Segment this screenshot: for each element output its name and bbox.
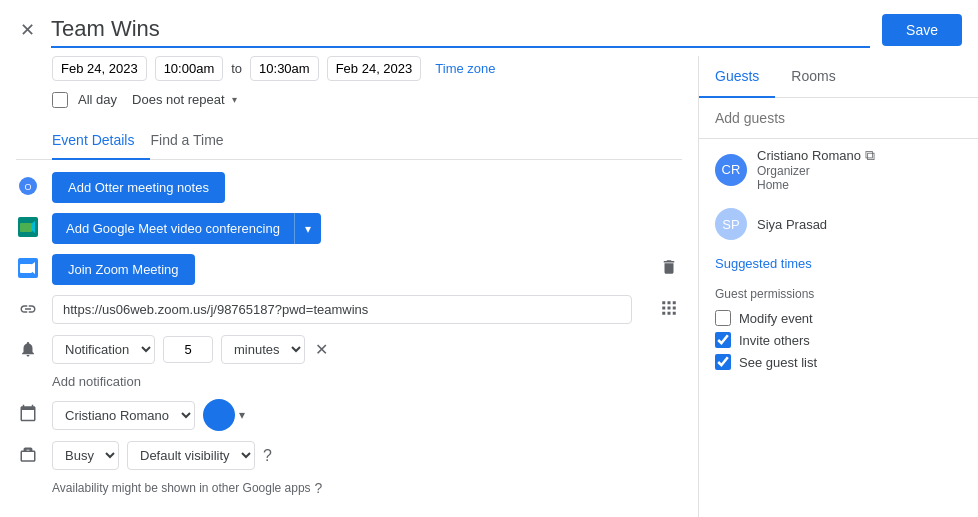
tab-rooms[interactable]: Rooms — [775, 56, 851, 98]
notification-unit-select[interactable]: minutes hours days weeks — [221, 335, 305, 364]
svg-text:O: O — [24, 182, 31, 192]
guest-sub-cristiano-1: Organizer — [757, 164, 962, 178]
timezone-button[interactable]: Time zone — [429, 57, 501, 80]
url-row-content — [52, 295, 644, 324]
status-row-content: Busy Free Default visibility Public Priv… — [52, 441, 682, 470]
visibility-select[interactable]: Default visibility Public Private — [127, 441, 255, 470]
briefcase-icon — [16, 443, 40, 467]
guests-tabs: Guests Rooms — [699, 56, 978, 98]
organizer-row: Cristiano Romano ▾ — [16, 399, 682, 431]
repeat-dropdown-icon: ▾ — [232, 94, 237, 105]
guest-name-cristiano: Cristiano Romano ⧉ — [757, 147, 962, 164]
tab-guests[interactable]: Guests — [699, 56, 775, 98]
zoom-url-input[interactable] — [52, 295, 632, 324]
availability-help-icon[interactable]: ? — [315, 480, 323, 496]
tab-event-details[interactable]: Event Details — [52, 122, 150, 160]
availability-note: Availability might be shown in other Goo… — [16, 480, 682, 496]
right-panel: Guests Rooms CR Cristiano Romano ⧉ Organ… — [698, 56, 978, 517]
allday-row: All day Does not repeat Every day Every … — [16, 89, 682, 110]
notification-row: Notification Email minutes hours days we… — [16, 335, 682, 364]
add-guests-input[interactable] — [699, 98, 978, 139]
svg-rect-7 — [20, 264, 32, 273]
notification-type-select[interactable]: Notification Email — [52, 335, 155, 364]
otter-row-content: Add Otter meeting notes — [52, 172, 682, 203]
notification-value-input[interactable] — [163, 336, 213, 363]
add-meet-button[interactable]: Add Google Meet video conferencing — [52, 213, 294, 244]
add-otter-button[interactable]: Add Otter meeting notes — [52, 172, 225, 203]
permissions-section: Guest permissions Modify event Invite ot… — [699, 279, 978, 381]
permission-see-guest-list: See guest list — [715, 351, 962, 373]
link-icon — [16, 297, 40, 321]
allday-checkbox[interactable] — [52, 92, 68, 108]
modify-event-label: Modify event — [739, 311, 813, 326]
avatar-siya: SP — [715, 208, 747, 240]
add-notification-link[interactable]: Add notification — [16, 374, 682, 389]
organizer-row-content: Cristiano Romano ▾ — [52, 399, 682, 431]
url-row — [16, 295, 682, 325]
main-layout: Feb 24, 2023 10:00am to 10:30am Feb 24, … — [0, 56, 978, 517]
guest-sub-cristiano-2: Home — [757, 178, 962, 192]
status-row: Busy Free Default visibility Public Priv… — [16, 441, 682, 470]
busy-select[interactable]: Busy Free — [52, 441, 119, 470]
suggested-times-link[interactable]: Suggested times — [699, 248, 978, 279]
invite-others-checkbox[interactable] — [715, 332, 731, 348]
invite-others-label: Invite others — [739, 333, 810, 348]
svg-rect-4 — [20, 223, 32, 232]
left-panel: Feb 24, 2023 10:00am to 10:30am Feb 24, … — [0, 56, 698, 517]
avatar-cristiano: CR — [715, 154, 747, 186]
guest-item-siya: SP Siya Prasad — [699, 200, 978, 248]
notification-icon — [16, 337, 40, 361]
modify-event-checkbox[interactable] — [715, 310, 731, 326]
guest-info-siya: Siya Prasad — [757, 217, 962, 232]
organizer-select[interactable]: Cristiano Romano — [52, 401, 195, 430]
end-date-button[interactable]: Feb 24, 2023 — [327, 56, 422, 81]
datetime-row: Feb 24, 2023 10:00am to 10:30am Feb 24, … — [16, 56, 682, 81]
grid-icon-button[interactable] — [656, 295, 682, 325]
otter-row: O Add Otter meeting notes — [16, 172, 682, 203]
guest-name-siya: Siya Prasad — [757, 217, 962, 232]
guest-info-cristiano: Cristiano Romano ⧉ Organizer Home — [757, 147, 962, 192]
repeat-wrapper: Does not repeat Every day Every week ▾ — [127, 89, 237, 110]
tabs-row: Event Details Find a Time — [16, 122, 682, 160]
permission-invite-others: Invite others — [715, 329, 962, 351]
end-time-button[interactable]: 10:30am — [250, 56, 319, 81]
repeat-select[interactable]: Does not repeat Every day Every week — [127, 89, 230, 110]
color-picker-dropdown[interactable]: ▾ — [239, 408, 245, 422]
join-zoom-button[interactable]: Join Zoom Meeting — [52, 254, 195, 285]
allday-label: All day — [78, 92, 117, 107]
see-guest-list-label: See guest list — [739, 355, 817, 370]
help-icon[interactable]: ? — [263, 447, 272, 465]
close-button[interactable]: ✕ — [16, 15, 39, 45]
guest-item-cristiano: CR Cristiano Romano ⧉ Organizer Home — [699, 139, 978, 200]
start-time-button[interactable]: 10:00am — [155, 56, 224, 81]
zoom-icon — [16, 256, 40, 280]
top-bar: ✕ Save — [0, 0, 978, 56]
notification-row-content: Notification Email minutes hours days we… — [52, 335, 682, 364]
zoom-row-content: Join Zoom Meeting — [52, 254, 644, 285]
otter-icon: O — [16, 174, 40, 198]
copy-icon[interactable]: ⧉ — [865, 147, 875, 164]
color-picker-button[interactable] — [203, 399, 235, 431]
event-title-input[interactable] — [51, 12, 870, 48]
permission-modify-event: Modify event — [715, 307, 962, 329]
to-label: to — [231, 61, 242, 76]
delete-zoom-button[interactable] — [656, 254, 682, 284]
permissions-title: Guest permissions — [715, 287, 962, 301]
zoom-row: Join Zoom Meeting — [16, 254, 682, 285]
tab-find-a-time[interactable]: Find a Time — [150, 122, 239, 160]
meet-row: Add Google Meet video conferencing ▾ — [16, 213, 682, 244]
start-date-button[interactable]: Feb 24, 2023 — [52, 56, 147, 81]
remove-notification-button[interactable]: ✕ — [313, 338, 330, 361]
meet-row-content: Add Google Meet video conferencing ▾ — [52, 213, 682, 244]
save-button[interactable]: Save — [882, 14, 962, 46]
meet-icon — [16, 215, 40, 239]
see-guest-list-checkbox[interactable] — [715, 354, 731, 370]
calendar-icon — [16, 401, 40, 425]
meet-dropdown-button[interactable]: ▾ — [294, 213, 321, 244]
meet-group: Add Google Meet video conferencing ▾ — [52, 213, 321, 244]
